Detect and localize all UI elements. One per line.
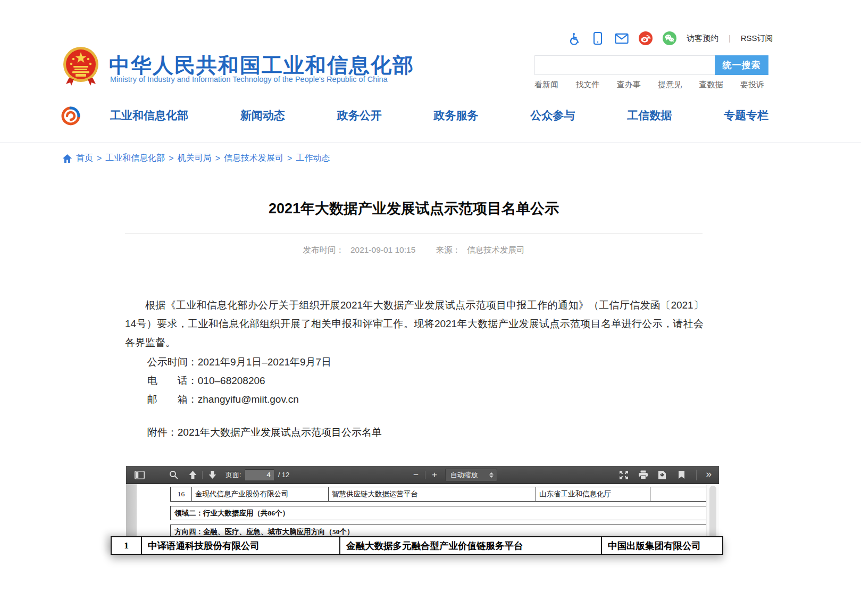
accessibility-icon[interactable] bbox=[567, 31, 581, 45]
callout-cell-project: 金融大数据多元融合型产业价值链服务平台 bbox=[340, 537, 602, 554]
nav-item-public-participation[interactable]: 公众参与 bbox=[530, 108, 575, 123]
more-tools-button[interactable]: » bbox=[705, 468, 713, 481]
table-row: 16 金现代信息产业股份有限公司 智慧供应链大数据运营平台 山东省工业和信息化厅 bbox=[170, 487, 719, 502]
nav-item-data[interactable]: 工信数据 bbox=[627, 108, 672, 123]
breadcrumb-item-work-news[interactable]: 工作动态 bbox=[296, 153, 330, 164]
mail-icon[interactable] bbox=[615, 31, 629, 45]
zoom-out-button[interactable]: − bbox=[409, 470, 422, 480]
quick-link-news[interactable]: 看新闻 bbox=[534, 80, 558, 90]
cell-no: 16 bbox=[171, 487, 192, 501]
search-input[interactable] bbox=[534, 55, 715, 75]
search-quick-links: 看新闻 找文件 查办事 提意见 查数据 要投诉 bbox=[534, 80, 764, 90]
table-section-row: 领域二：行业大数据应用（共86个） bbox=[170, 506, 719, 520]
download-icon[interactable] bbox=[655, 468, 669, 482]
next-page-icon[interactable] bbox=[205, 468, 219, 482]
attachment-line: 附件：2021年大数据产业发展试点示范项目公示名单 bbox=[125, 426, 382, 439]
zoom-in-button[interactable]: + bbox=[428, 470, 441, 480]
callout-cell-company: 中译语通科技股份有限公司 bbox=[142, 537, 340, 554]
sidebar-toggle-icon[interactable] bbox=[132, 468, 146, 482]
pdf-toolbar-right: » bbox=[617, 468, 713, 482]
quick-link-files[interactable]: 找文件 bbox=[575, 80, 599, 90]
breadcrumb-item-miit[interactable]: 工业和信息化部 bbox=[105, 153, 165, 164]
unified-search-button[interactable]: 统一搜索 bbox=[715, 55, 768, 75]
publicity-period-line: 公示时间：2021年9月1日–2021年9月7日 bbox=[125, 355, 331, 369]
nav-item-gov-open[interactable]: 政务公开 bbox=[337, 108, 382, 123]
mobile-icon[interactable] bbox=[591, 31, 605, 45]
site-subtitle: Ministry of Industry and Information Tec… bbox=[110, 75, 388, 84]
main-navigation: 工业和信息化部 新闻动态 政务公开 政务服务 公众参与 工信数据 专题专栏 bbox=[110, 108, 768, 123]
breadcrumb-separator: > bbox=[215, 154, 220, 163]
breadcrumb: 首页 > 工业和信息化部 > 机关司局 > 信息技术发展司 > 工作动态 bbox=[62, 153, 330, 164]
page-number-input[interactable] bbox=[245, 469, 274, 481]
zoom-mode-value: 自动缩放 bbox=[450, 470, 478, 480]
callout-cell-no: 1 bbox=[112, 537, 142, 554]
quick-link-suggestions[interactable]: 提意见 bbox=[658, 80, 682, 90]
zoom-controls: − + 自动缩放 bbox=[409, 469, 497, 481]
zoom-mode-select[interactable]: 自动缩放 bbox=[445, 469, 497, 481]
nav-item-news[interactable]: 新闻动态 bbox=[240, 108, 285, 123]
callout-cell-org: 中国出版集团有限公司 bbox=[602, 537, 722, 554]
cell-project: 智慧供应链大数据运营平台 bbox=[329, 487, 536, 501]
cell-company: 金现代信息产业股份有限公司 bbox=[192, 487, 329, 501]
search-icon[interactable] bbox=[166, 468, 180, 482]
presentation-mode-icon[interactable] bbox=[617, 468, 631, 482]
publish-time-label: 发布时间： bbox=[303, 245, 344, 254]
publish-time-value: 2021-09-01 10:15 bbox=[350, 245, 415, 254]
source-value: 信息技术发展司 bbox=[467, 245, 525, 254]
visitor-appointment-link[interactable]: 访客预约 bbox=[687, 34, 718, 44]
quick-link-services[interactable]: 查办事 bbox=[617, 80, 641, 90]
article-paragraph: 根据《工业和信息化部办公厅关于组织开展2021年大数据产业发展试点示范项目申报工… bbox=[125, 296, 704, 352]
cell-org: 山东省工业和信息化厅 bbox=[536, 487, 650, 501]
nav-item-miit[interactable]: 工业和信息化部 bbox=[110, 108, 188, 123]
phone-line: 电 话：010–68208206 bbox=[125, 374, 265, 388]
wechat-icon[interactable] bbox=[663, 31, 676, 45]
select-caret-icon bbox=[489, 472, 494, 478]
article-title: 2021年大数据产业发展试点示范项目名单公示 bbox=[125, 199, 703, 218]
breadcrumb-separator: > bbox=[287, 154, 292, 163]
rss-subscribe-link[interactable]: RSS订阅 bbox=[741, 34, 773, 44]
breadcrumb-item-departments[interactable]: 机关司局 bbox=[178, 153, 212, 164]
title-divider bbox=[125, 233, 703, 234]
page-label: 页面: bbox=[225, 470, 241, 480]
header-utility-row: 访客预约 | RSS订阅 bbox=[567, 30, 774, 47]
nav-item-gov-services[interactable]: 政务服务 bbox=[433, 108, 478, 123]
previous-page-icon[interactable] bbox=[186, 468, 199, 482]
breadcrumb-home[interactable]: 首页 bbox=[76, 153, 93, 164]
source-label: 来源： bbox=[436, 245, 461, 254]
gov-site-icon bbox=[60, 105, 81, 127]
nav-item-special-topics[interactable]: 专题专栏 bbox=[724, 108, 768, 123]
breadcrumb-separator: > bbox=[97, 154, 102, 163]
quick-link-complaints[interactable]: 要投诉 bbox=[740, 80, 764, 90]
pdf-toolbar: 页面: / 12 − + 自动缩放 bbox=[126, 466, 719, 484]
magnified-row-callout: 1 中译语通科技股份有限公司 金融大数据多元融合型产业价值链服务平台 中国出版集… bbox=[111, 536, 723, 555]
print-icon[interactable] bbox=[636, 468, 650, 482]
miit-announcement-page: 中华人民共和国工业和信息化部 Ministry of Industry and … bbox=[0, 0, 861, 616]
page-total: / 12 bbox=[278, 471, 290, 479]
breadcrumb-item-it-dept[interactable]: 信息技术发展司 bbox=[224, 153, 283, 164]
utility-divider: | bbox=[729, 34, 731, 43]
site-header: 中华人民共和国工业和信息化部 Ministry of Industry and … bbox=[0, 0, 861, 143]
national-emblem-logo bbox=[62, 45, 100, 86]
breadcrumb-separator: > bbox=[169, 154, 173, 163]
weibo-icon[interactable] bbox=[639, 31, 653, 45]
bookmark-icon[interactable] bbox=[674, 468, 688, 482]
quick-link-data[interactable]: 查数据 bbox=[699, 80, 723, 90]
article-body: 根据《工业和信息化部办公厅关于组织开展2021年大数据产业发展试点示范项目申报工… bbox=[125, 296, 704, 352]
article-meta: 发布时间：2021-09-01 10:15 来源：信息技术发展司 bbox=[125, 245, 703, 256]
home-icon[interactable] bbox=[62, 154, 72, 163]
email-line: 邮 箱：zhangyifu@miit.gov.cn bbox=[125, 393, 299, 406]
